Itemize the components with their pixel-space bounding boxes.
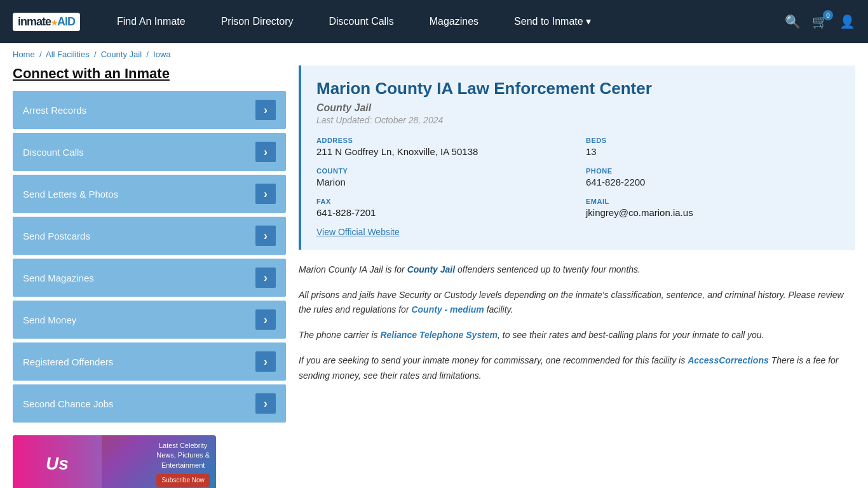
description-para1: Marion County IA Jail is for County Jail… [299,262,855,278]
logo[interactable]: inmate★AID [13,13,80,31]
sidebar-item-send-money[interactable]: Send Money › [13,301,286,339]
description-para4: If you are seeking to send your inmate m… [299,353,855,384]
logo-text: inmate [18,15,51,28]
chevron-right-icon: › [255,268,276,288]
county-label: COUNTY [316,167,571,175]
facility-website: View Official Website [316,227,840,237]
sidebar-item-registered-offenders[interactable]: Registered Offenders › [13,342,286,381]
breadcrumb-home[interactable]: Home [13,50,35,59]
logo-box: inmate★AID [13,13,80,31]
chevron-right-icon: › [255,393,276,414]
breadcrumb-iowa[interactable]: Iowa [153,50,170,59]
main-content: Connect with an Inmate Arrest Records › … [0,65,868,488]
ad-text: Latest CelebrityNews, Pictures &Entertai… [156,441,210,487]
sidebar-item-send-letters[interactable]: Send Letters & Photos › [13,175,286,213]
sidebar: Connect with an Inmate Arrest Records › … [13,65,286,488]
county-value: Marion [316,177,571,187]
nav-links: Find An Inmate Prison Directory Discount… [99,0,785,43]
para2-after: facility. [484,304,513,315]
sidebar-item-label: Registered Offenders [23,356,113,367]
nav-send-to-inmate[interactable]: Send to Inmate ▾ [496,0,609,43]
phone-label: PHONE [586,167,840,175]
beds-value: 13 [586,146,840,157]
sidebar-item-label: Discount Calls [23,147,84,158]
para4-before: If you are seeking to send your inmate m… [299,355,688,365]
sidebar-title: Connect with an Inmate [13,65,286,82]
ad-logo: Us [46,454,69,474]
cart-button[interactable]: 🛒 0 [812,14,828,29]
sidebar-item-label: Send Postcards [23,231,90,241]
county-group: COUNTY Marion [316,167,571,187]
description-para3: The phone carrier is Reliance Telephone … [299,328,855,343]
sidebar-item-label: Send Magazines [23,273,94,283]
sidebar-item-label: Arrest Records [23,105,86,116]
access-corrections-highlight[interactable]: AccessCorrections [688,355,769,365]
para1-after: offenders sentenced up to twenty four mo… [455,264,641,274]
chevron-right-icon: › [255,309,276,330]
county-jail-highlight: County Jail [407,264,455,274]
beds-label: BEDS [586,137,840,144]
nav-find-inmate[interactable]: Find An Inmate [99,0,203,43]
facility-description: Marion County IA Jail is for County Jail… [299,262,855,384]
nav-magazines[interactable]: Magazines [412,0,496,43]
facility-type: County Jail [316,102,840,114]
sidebar-item-send-postcards[interactable]: Send Postcards › [13,217,286,255]
sidebar-item-second-chance-jobs[interactable]: Second Chance Jobs › [13,384,286,423]
navbar: inmate★AID Find An Inmate Prison Directo… [0,0,868,43]
para1-before: Marion County IA Jail is for [299,264,407,274]
nav-prison-directory[interactable]: Prison Directory [203,0,311,43]
chevron-right-icon: › [255,184,276,204]
email-value: jkingrey@co.marion.ia.us [586,207,840,218]
fax-group: FAX 641-828-7201 [316,198,571,218]
ad-subscribe-button[interactable]: Subscribe Now [156,474,210,487]
description-para2: All prisons and jails have Security or C… [299,288,855,318]
facility-name: Marion County IA Law Enforcement Center [316,78,840,100]
county-medium-highlight[interactable]: County - medium [411,304,484,315]
account-button[interactable]: 👤 [839,14,855,29]
sidebar-item-label: Send Letters & Photos [23,189,118,200]
email-label: EMAIL [586,198,840,205]
address-value: 211 N Godfrey Ln, Knoxville, IA 50138 [316,146,571,157]
facility-content: Marion County IA Law Enforcement Center … [299,65,855,488]
sidebar-item-label: Send Money [23,315,76,325]
nav-icons: 🔍 🛒 0 👤 [785,14,855,29]
sidebar-item-send-magazines[interactable]: Send Magazines › [13,259,286,297]
facility-header: Marion County IA Law Enforcement Center … [299,65,855,250]
address-label: ADDRESS [316,137,571,144]
logo-aid: AID [57,15,75,28]
facility-updated: Last Updated: October 28, 2024 [316,115,840,125]
breadcrumb: Home / All Facilities / County Jail / Io… [0,43,868,65]
ad-image: Us [13,435,102,488]
view-official-website-link[interactable]: View Official Website [316,227,400,237]
fax-label: FAX [316,198,571,205]
nav-discount-calls[interactable]: Discount Calls [311,0,411,43]
para3-after: , to see their rates and best-calling pl… [498,330,764,340]
para2-before: All prisons and jails have Security or C… [299,290,844,315]
email-group: EMAIL jkingrey@co.marion.ia.us [586,198,840,218]
ad-headline: Latest CelebrityNews, Pictures &Entertai… [156,442,210,469]
reliance-telephone-highlight[interactable]: Reliance Telephone System [380,330,498,340]
chevron-right-icon: › [255,351,276,372]
address-group: ADDRESS 211 N Godfrey Ln, Knoxville, IA … [316,137,571,157]
cart-badge: 0 [823,10,833,20]
phone-value: 641-828-2200 [586,177,840,187]
para3-before: The phone carrier is [299,330,380,340]
phone-group: PHONE 641-828-2200 [586,167,840,187]
sidebar-item-arrest-records[interactable]: Arrest Records › [13,91,286,129]
chevron-right-icon: › [255,142,276,162]
sidebar-menu: Arrest Records › Discount Calls › Send L… [13,91,286,423]
beds-group: BEDS 13 [586,137,840,157]
sidebar-ad: Us Latest CelebrityNews, Pictures &Enter… [13,435,216,488]
breadcrumb-all-facilities[interactable]: All Facilities [46,50,90,59]
logo-star: ★ [51,18,57,27]
facility-details: ADDRESS 211 N Godfrey Ln, Knoxville, IA … [316,137,840,218]
search-button[interactable]: 🔍 [785,14,801,29]
chevron-right-icon: › [255,100,276,120]
chevron-right-icon: › [255,226,276,246]
breadcrumb-county-jail[interactable]: County Jail [101,50,142,59]
sidebar-item-label: Second Chance Jobs [23,398,114,409]
sidebar-item-discount-calls[interactable]: Discount Calls › [13,133,286,171]
fax-value: 641-828-7201 [316,207,571,218]
